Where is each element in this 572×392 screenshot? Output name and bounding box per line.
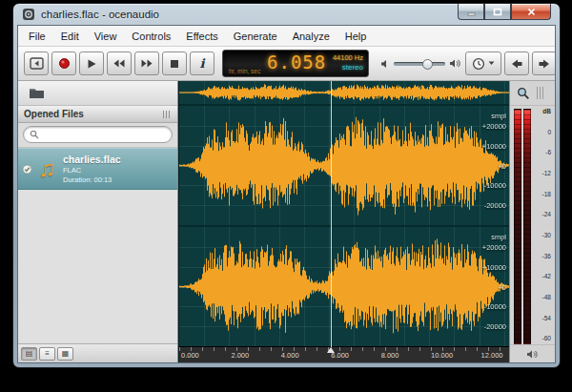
search-box[interactable]	[23, 126, 173, 143]
volume-slider[interactable]	[394, 62, 445, 66]
drag-grip-icon[interactable]	[163, 111, 172, 118]
speaker-low-icon	[380, 59, 390, 69]
meter-panel-toolbar	[510, 81, 555, 106]
meter-bar-left	[514, 109, 521, 344]
menu-bar: File Edit View Controls Effects Generate…	[18, 26, 555, 47]
record-button[interactable]	[51, 52, 76, 75]
time-tick-label: 2.000	[231, 351, 249, 360]
db-tick-label: -48	[542, 295, 551, 301]
close-icon	[527, 8, 536, 16]
playhead-cursor[interactable]	[331, 81, 332, 347]
menu-controls[interactable]: Controls	[124, 28, 178, 45]
db-scale: dB 0 -6 -12 -18 -24 -30 -36 -42 -48 -54 …	[534, 109, 553, 342]
toggle-sidebar-button[interactable]	[24, 52, 49, 75]
sidebar-toolbar	[18, 81, 177, 106]
time-tick-label: 12.000	[481, 351, 503, 360]
view-detailed-button[interactable]: ▤	[21, 347, 37, 361]
maximize-button[interactable]	[484, 4, 511, 20]
meter-bars	[514, 109, 531, 342]
mute-button[interactable]	[522, 344, 542, 363]
speaker-icon	[526, 349, 539, 360]
overview-canvas[interactable]	[179, 81, 509, 104]
menu-analyze[interactable]: Analyze	[285, 28, 337, 45]
time-tick-label: 0.000	[181, 351, 199, 360]
status-check-icon	[22, 164, 32, 175]
menu-help[interactable]: Help	[337, 28, 375, 45]
db-tick-label: -6	[545, 150, 551, 156]
menu-effects[interactable]: Effects	[178, 28, 225, 45]
volume-thumb[interactable]	[422, 59, 433, 70]
minimize-button[interactable]	[458, 4, 484, 20]
chevron-down-icon	[488, 61, 495, 66]
file-name: charlies.flac	[63, 154, 121, 165]
time-value: 6.058	[267, 52, 326, 72]
sidebar-bottom-bar: ▤ ≡ ▦	[18, 343, 177, 362]
rewind-button[interactable]	[107, 52, 132, 75]
close-button[interactable]	[511, 4, 551, 20]
menu-edit[interactable]: Edit	[53, 28, 87, 45]
open-folder-button[interactable]	[22, 83, 51, 103]
db-unit-label: dB	[542, 109, 551, 115]
magnifier-icon	[517, 87, 530, 100]
arrow-left-icon	[510, 58, 523, 70]
panel-grip-icon[interactable]	[537, 87, 543, 99]
channel-right[interactable]: smpl +20000 +10000 +0 -10000 -20000	[179, 227, 509, 346]
view-grid-button[interactable]: ▦	[57, 347, 73, 361]
window-content: File Edit View Controls Effects Generate…	[17, 25, 556, 363]
channel-right-canvas[interactable]	[179, 227, 509, 346]
time-axis[interactable]: 0.000 2.000 4.000 6.000 8.000 10.000 12.…	[179, 346, 509, 362]
db-tick-label: -54	[542, 316, 551, 322]
fast-forward-button[interactable]	[134, 52, 159, 75]
meter-panel-footer	[510, 344, 555, 362]
file-format: FLAC	[63, 166, 121, 175]
info-button[interactable]: i	[190, 52, 214, 75]
db-tick-label: -24	[542, 212, 551, 218]
speaker-high-icon	[449, 58, 462, 69]
sidebar: Opened Files ♫ charlies.flac	[18, 81, 178, 362]
app-icon	[22, 8, 35, 21]
main-area: Opened Files ♫ charlies.flac	[18, 81, 555, 362]
sample-rate-label: 44100 Hz	[333, 53, 363, 62]
db-tick-label: -12	[542, 171, 551, 177]
waveform-overview[interactable]	[179, 81, 509, 106]
recent-time-button[interactable]	[465, 52, 501, 75]
channel-mode-label: stereo	[342, 63, 363, 72]
opened-files-header[interactable]: Opened Files	[18, 106, 177, 123]
db-tick-label: -42	[542, 274, 551, 280]
menu-file[interactable]: File	[21, 28, 53, 45]
nav-forward-button[interactable]	[532, 52, 556, 75]
play-icon	[86, 58, 97, 70]
record-icon	[58, 57, 71, 70]
time-tick-label: 4.000	[281, 351, 299, 360]
time-tick-label: 10.000	[431, 351, 453, 360]
folder-icon	[29, 87, 45, 99]
search-icon	[30, 130, 39, 139]
play-button[interactable]	[79, 52, 104, 75]
time-display[interactable]: 6.058 44100 Hz stereo hr, min, sec	[222, 50, 369, 77]
minimize-icon	[467, 8, 476, 16]
channel-left-canvas[interactable]	[179, 106, 509, 225]
view-compact-button[interactable]: ≡	[39, 347, 55, 361]
fast-forward-icon	[140, 58, 153, 69]
search-input[interactable]	[43, 129, 166, 140]
menu-generate[interactable]: Generate	[226, 28, 285, 45]
playhead-marker[interactable]	[327, 347, 335, 353]
file-info: charlies.flac FLAC Duration: 00:13	[63, 154, 121, 184]
level-meters: dB 0 -6 -12 -18 -24 -30 -36 -42 -48 -54 …	[510, 106, 555, 344]
waveform-column: smpl +20000 +10000 +0 -10000 -20000 smpl…	[178, 81, 509, 362]
stop-button[interactable]	[162, 52, 187, 75]
arrow-right-icon	[538, 58, 551, 70]
db-tick-label: 0	[547, 130, 551, 136]
opened-files-list: ♫ charlies.flac FLAC Duration: 00:13	[18, 148, 177, 343]
title-bar[interactable]: charlies.flac - ocenaudio	[13, 4, 560, 25]
nav-back-button[interactable]	[504, 52, 529, 75]
file-list-item[interactable]: ♫ charlies.flac FLAC Duration: 00:13	[18, 148, 177, 190]
channel-left[interactable]: smpl +20000 +10000 +0 -10000 -20000	[179, 106, 509, 227]
zoom-button[interactable]	[513, 84, 533, 103]
main-toolbar: i 6.058 44100 Hz stereo hr, min, sec	[18, 47, 555, 81]
collapse-panel-icon	[30, 57, 44, 70]
menu-view[interactable]: View	[87, 28, 125, 45]
clock-icon	[472, 57, 485, 71]
compact-view-icon: ≡	[45, 350, 50, 358]
db-tick-label: -36	[542, 254, 551, 260]
